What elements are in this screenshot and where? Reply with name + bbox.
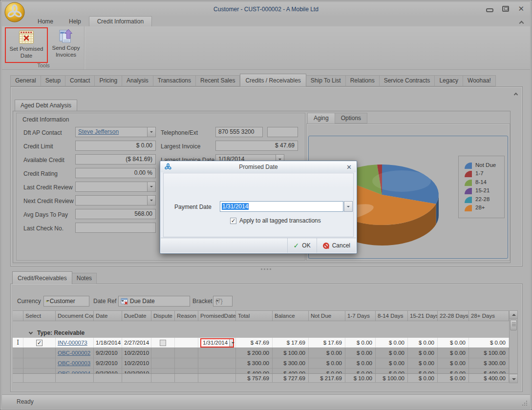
scrollbar-thumb[interactable]: [510, 320, 517, 330]
largest-invoice-field[interactable]: $ 47.69: [215, 141, 298, 151]
date-ref-combo[interactable]: Due Date: [118, 296, 190, 307]
chevron-down-icon[interactable]: [344, 201, 353, 212]
scroll-down-button[interactable]: [509, 374, 518, 383]
table-scrollbar[interactable]: [509, 310, 518, 374]
not-due-cell: $ 17.69: [309, 338, 345, 348]
document-link[interactable]: OBC-000003: [58, 360, 90, 366]
tab-ship-to-list[interactable]: Ship To List: [306, 75, 346, 86]
table-row[interactable]: OBC-000004 9/2/2010 10/2/2010 $ 400.00 $…: [13, 369, 509, 373]
document-link[interactable]: OBC-000004: [58, 370, 90, 373]
tab-aging[interactable]: Aging: [307, 113, 335, 123]
telephone-field[interactable]: 870 555 3200: [215, 127, 263, 137]
panel-collapse-button[interactable]: [514, 91, 517, 98]
tab-credit-receivables[interactable]: Credit/Receivables: [12, 271, 72, 284]
last-check-no-field[interactable]: [75, 223, 156, 233]
tab-contact[interactable]: Contact: [65, 75, 95, 86]
column-header[interactable]: DueDate: [122, 311, 151, 321]
tab-relations[interactable]: Relations: [346, 75, 380, 86]
promised-date-dialog: Promised Date ✕ Payment Date 1/31/2014 A…: [160, 161, 357, 254]
contact-link[interactable]: Steve Jefferson: [78, 128, 119, 135]
ribbon-tab-credit-information[interactable]: Credit Information: [89, 16, 152, 26]
dft-ap-contact-combo[interactable]: Steve Jefferson: [75, 127, 156, 137]
dialog-title-bar[interactable]: Promised Date ✕: [161, 162, 356, 172]
column-header[interactable]: Balance: [273, 311, 309, 321]
column-header[interactable]: 28+ Days: [469, 311, 509, 321]
tab-aged-debt-analysis[interactable]: Aged Debt Analysis: [15, 100, 77, 111]
available-credit-field[interactable]: ($ 841.69): [75, 154, 156, 164]
currency-combo[interactable]: Customer: [43, 296, 89, 307]
tab-general[interactable]: General: [10, 75, 41, 86]
tab-legacy[interactable]: Legacy: [435, 75, 463, 86]
chevron-down-icon[interactable]: [29, 330, 33, 334]
table-row[interactable]: I INV-000073 1/18/2014 2/27/2014 1/31/20…: [13, 338, 509, 348]
send-copy-invoices-button[interactable]: INV Send Copy Invoices: [52, 27, 80, 62]
credit-limit-field[interactable]: $ 0.00: [75, 141, 156, 151]
chevron-down-icon[interactable]: [147, 182, 155, 191]
group-row-receivable[interactable]: Type: Receivable: [13, 328, 509, 338]
ext-field[interactable]: [267, 127, 298, 137]
apply-all-checkbox[interactable]: [230, 218, 236, 224]
chevron-down-icon[interactable]: [229, 339, 233, 347]
promised-date-cell[interactable]: 1/31/2014: [198, 338, 236, 348]
d22-28-sum: $ 0.00: [438, 374, 469, 382]
select-checkbox[interactable]: [36, 340, 43, 346]
tab-credits-receivables[interactable]: Credits / Receivables: [240, 74, 306, 86]
column-header[interactable]: 8-14 Days: [376, 311, 408, 321]
column-header[interactable]: Not Due: [309, 311, 345, 321]
dispute-checkbox[interactable]: [160, 340, 166, 346]
currency-label: Currency: [17, 298, 41, 305]
maximize-button[interactable]: [502, 6, 509, 12]
minimize-button[interactable]: [486, 8, 493, 12]
tab-notes[interactable]: Notes: [72, 273, 97, 284]
chevron-down-icon[interactable]: [147, 127, 155, 137]
cancel-button[interactable]: Cancel: [317, 238, 356, 253]
payment-date-input[interactable]: 1/31/2014: [220, 201, 343, 212]
next-credit-review-combo[interactable]: [75, 195, 156, 205]
table-row[interactable]: OBC-000003 9/2/2010 10/2/2010 $ 300.00 $…: [13, 358, 509, 369]
field-label: Avg Days To Pay: [23, 211, 68, 218]
tab-recent-sales[interactable]: Recent Sales: [196, 75, 240, 86]
ok-button[interactable]: ✓ OK: [287, 238, 317, 253]
column-header[interactable]: 22-28 Days: [438, 311, 469, 321]
last-credit-review-combo[interactable]: [75, 182, 156, 192]
column-header[interactable]: 1-7 Days: [345, 311, 376, 321]
column-header[interactable]: Dispute: [151, 311, 175, 321]
tab-setup[interactable]: Setup: [41, 75, 65, 86]
tab-pricing[interactable]: Pricing: [95, 75, 122, 86]
bracket-combo[interactable]: {7}: [213, 296, 233, 307]
ribbon-tab-help[interactable]: Help: [61, 17, 89, 26]
table-row[interactable]: OBC-000002 9/2/2010 10/2/2010 $ 200.00 $…: [13, 348, 509, 358]
tab-transactions[interactable]: Transactions: [153, 75, 196, 86]
column-header[interactable]: PromisedDate: [198, 311, 236, 321]
app-orb-button[interactable]: [4, 1, 25, 23]
column-header[interactable]: Reason: [175, 311, 198, 321]
column-header[interactable]: Document Code: [56, 311, 94, 321]
resize-grip[interactable]: [526, 405, 527, 406]
column-header[interactable]: Select: [23, 311, 56, 321]
receivables-table: Select Document Code Date DueDate Disput…: [13, 310, 509, 383]
tab-woohaa[interactable]: Woohaa!: [463, 75, 496, 86]
avg-days-to-pay-field[interactable]: 568.00: [75, 209, 156, 219]
customer-page-tabs: General Setup Contact Pricing Analysis T…: [10, 74, 496, 86]
ribbon-tab-home[interactable]: Home: [30, 17, 61, 26]
promised-date-value[interactable]: 1/31/2014: [201, 340, 229, 346]
document-link[interactable]: OBC-000002: [58, 350, 90, 356]
column-header[interactable]: 15-21 Days: [408, 311, 438, 321]
document-link[interactable]: INV-000073: [58, 340, 87, 346]
credit-rating-field[interactable]: 0.00 %: [75, 168, 156, 178]
column-header[interactable]: Total: [236, 311, 273, 321]
tab-service-contracts[interactable]: Service Contracts: [380, 75, 435, 86]
title-bar[interactable]: Customer - CUST-000002 - A Mobile Ltd ✕: [2, 2, 530, 16]
tab-analysis[interactable]: Analysis: [122, 75, 153, 86]
ribbon-collapse-button[interactable]: [520, 20, 523, 26]
close-button[interactable]: ✕: [518, 5, 524, 12]
promised-date-editor[interactable]: 1/31/2014: [200, 338, 234, 348]
column-header[interactable]: Date: [94, 311, 122, 321]
chevron-down-icon[interactable]: [147, 196, 155, 205]
tab-options[interactable]: Options: [335, 113, 367, 123]
payment-date-value: 1/31/2014: [222, 203, 249, 210]
horizontal-splitter[interactable]: [0, 267, 532, 271]
dialog-close-icon[interactable]: ✕: [346, 164, 352, 171]
scroll-up-button[interactable]: [510, 311, 517, 319]
set-promised-date-button[interactable]: Set Promised Date: [5, 27, 48, 63]
